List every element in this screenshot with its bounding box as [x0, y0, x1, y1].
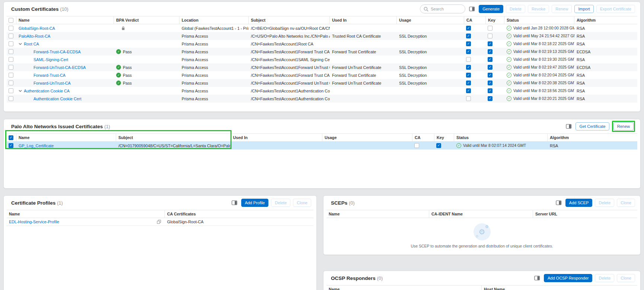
key-checkbox[interactable]: ✓	[488, 81, 492, 85]
row-select-checkbox[interactable]	[9, 49, 13, 54]
add-profile-button[interactable]: Add Profile	[241, 199, 269, 207]
key-checkbox[interactable]: ✓	[488, 49, 492, 54]
key-checkbox[interactable]: ✓	[488, 65, 492, 70]
certificate-name-link[interactable]: SAML-Signing-Cert	[34, 57, 68, 62]
column-header-key[interactable]: Key	[434, 134, 454, 141]
column-header-ca-certificates[interactable]: CA Certificates	[165, 210, 313, 218]
column-header-name[interactable]: Name	[16, 16, 114, 24]
search-input[interactable]	[431, 7, 462, 11]
column-picker-icon[interactable]	[555, 199, 563, 207]
certificate-name-link[interactable]: Forward-UnTrust-CA-ECDSA	[34, 65, 86, 70]
certificate-row-forward-untrust-ca[interactable]: Forward-UnTrust-CA✓PassPrisma Access/CN=…	[7, 79, 637, 87]
row-select-checkbox[interactable]	[9, 96, 13, 101]
column-header-algorithm[interactable]: Algorithm	[574, 16, 637, 24]
certificate-name-link[interactable]: Forward-Trust-CA-ECDSA	[34, 50, 81, 54]
profile-row-edl-hosting-service-profile[interactable]: EDL-Hosting-Service-ProfileGlobalSign-Ro…	[7, 218, 313, 226]
ca-checkbox[interactable]: ✓	[466, 65, 471, 70]
ca-checkbox[interactable]: ✓	[466, 81, 471, 85]
column-header-subject[interactable]: Subject	[116, 134, 231, 141]
ca-checkbox[interactable]	[414, 143, 419, 148]
column-header-usage[interactable]: Usage	[397, 16, 464, 24]
column-header-used-in[interactable]: Used In	[231, 134, 322, 141]
column-picker-icon[interactable]	[565, 122, 573, 130]
key-checkbox[interactable]	[488, 26, 492, 31]
certificate-row-gp-log-certificate[interactable]: ✓GP_Log_Certificate/CN=01790059048/C=US/…	[7, 142, 637, 149]
column-header-subject[interactable]: Subject	[249, 16, 330, 24]
certificate-row-forward-untrust-ca-ecdsa[interactable]: Forward-UnTrust-CA-ECDSA✓PassPrisma Acce…	[7, 63, 637, 71]
row-select-checkbox[interactable]	[9, 88, 13, 93]
key-checkbox[interactable]: ✓	[488, 57, 492, 62]
column-header-key[interactable]: Key	[486, 16, 504, 24]
column-header-status[interactable]: Status	[454, 134, 548, 141]
column-picker-icon[interactable]	[533, 274, 541, 282]
profile-name-link[interactable]: EDL-Hosting-Service-Profile	[9, 220, 59, 224]
key-checkbox[interactable]: ✓	[488, 88, 492, 93]
certificate-name-link[interactable]: GP_Log_Certificate	[19, 144, 54, 148]
row-select-checkbox[interactable]	[9, 81, 13, 85]
renew-button[interactable]: Renew	[613, 122, 634, 130]
certificate-row-root-ca[interactable]: Root CAPrisma Access/CN=FawkesTestAccoun…	[7, 40, 637, 48]
column-header-status[interactable]: Status	[504, 16, 574, 24]
certificate-row-paloalto-root-ca[interactable]: PaloAlto-Root-CAPrisma Access/C=US/O=Pal…	[7, 32, 637, 40]
row-select-checkbox[interactable]	[9, 65, 13, 70]
import-button[interactable]: Import	[574, 5, 593, 13]
ca-checkbox[interactable]: ✓	[466, 41, 471, 46]
certificate-name-link[interactable]: GlobalSign-Root-CA	[19, 26, 55, 31]
certificate-name-link[interactable]: Forward-Trust-CA	[34, 73, 66, 78]
column-header-name[interactable]: Name	[326, 210, 429, 218]
row-select-checkbox[interactable]: ✓	[9, 143, 13, 148]
key-checkbox[interactable]: ✓	[488, 41, 492, 46]
key-checkbox[interactable]: ✓	[436, 143, 441, 148]
certificate-name-link[interactable]: Forward-UnTrust-CA	[34, 81, 71, 85]
column-header-host-name[interactable]: Host Name	[482, 286, 637, 290]
column-header-location[interactable]: Location	[179, 16, 249, 24]
certificate-row-forward-trust-ca-ecdsa[interactable]: Forward-Trust-CA-ECDSA✓PassPrisma Access…	[7, 48, 637, 56]
add-scep-button[interactable]: Add SCEP	[565, 199, 593, 207]
ca-checkbox[interactable]: ✓	[466, 26, 471, 31]
row-select-checkbox[interactable]	[9, 26, 13, 31]
search-box[interactable]	[420, 4, 465, 13]
chevron-down-icon[interactable]	[19, 43, 22, 45]
ca-checkbox[interactable]: ✓	[466, 34, 471, 38]
column-header-ca-ident-name[interactable]: CA-IDENT Name	[429, 210, 533, 218]
column-header-bpa-verdict[interactable]: BPA Verdict	[114, 16, 179, 24]
column-header-usage[interactable]: Usage	[322, 134, 412, 141]
ca-checkbox[interactable]	[466, 57, 471, 62]
certificate-row-forward-trust-ca[interactable]: Forward-Trust-CA✓PassPrisma Access/CN=Fa…	[7, 71, 637, 79]
column-picker-icon[interactable]	[468, 5, 476, 13]
select-all-checkbox[interactable]	[9, 18, 13, 23]
column-header-algorithm[interactable]: Algorithm	[548, 134, 637, 141]
get-certificate-button[interactable]: Get Certificate	[576, 122, 609, 130]
row-select-checkbox[interactable]	[9, 57, 13, 62]
ca-checkbox[interactable]: ✓	[466, 73, 471, 78]
certificate-row-authentication-cookie-ca[interactable]: Authentication Cookie CAPrisma Access/CN…	[7, 87, 637, 95]
key-checkbox[interactable]	[488, 34, 492, 38]
column-header-ca[interactable]: CA	[464, 16, 486, 24]
column-header-ca[interactable]: CA	[412, 134, 434, 141]
ca-checkbox[interactable]	[466, 96, 471, 101]
column-header-server-url[interactable]: Server URL	[533, 210, 637, 218]
generate-button[interactable]: Generate	[479, 5, 503, 13]
ca-checkbox[interactable]: ✓	[466, 88, 471, 93]
chevron-down-icon[interactable]	[19, 90, 22, 92]
key-checkbox[interactable]: ✓	[488, 96, 492, 101]
column-header-name[interactable]: Name	[7, 210, 165, 218]
row-select-checkbox[interactable]	[9, 41, 13, 46]
key-checkbox[interactable]: ✓	[488, 73, 492, 78]
certificate-row-saml-signing-cert[interactable]: SAML-Signing-CertPrisma Access/CN=Fawkes…	[7, 56, 637, 63]
certificate-name-link[interactable]: Authentication Cookie CA	[24, 89, 70, 93]
ca-checkbox[interactable]: ✓	[466, 49, 471, 54]
certificate-row-authentication-cookie-cert[interactable]: Authentication Cookie CertPrisma Access/…	[7, 95, 637, 103]
column-picker-icon[interactable]	[230, 199, 239, 207]
add-ocsp-responder-button[interactable]: Add OCSP Responder	[544, 274, 592, 282]
certificate-name-link[interactable]: Root CA	[24, 42, 39, 46]
row-select-checkbox[interactable]	[9, 34, 13, 38]
row-select-checkbox[interactable]	[9, 73, 13, 78]
column-header-used-in[interactable]: Used In	[330, 16, 397, 24]
column-header-name[interactable]: Name	[16, 134, 116, 141]
certificate-name-link[interactable]: Authentication Cookie Cert	[34, 97, 81, 101]
certificate-name-link[interactable]: PaloAlto-Root-CA	[19, 34, 50, 38]
certificate-row-globalsign-root-ca[interactable]: GlobalSign-Root-CAGlobal (FawkesTestAcco…	[7, 24, 637, 32]
select-all-checkbox[interactable]: ✓	[9, 135, 13, 140]
column-header-name[interactable]: Name	[326, 286, 482, 290]
